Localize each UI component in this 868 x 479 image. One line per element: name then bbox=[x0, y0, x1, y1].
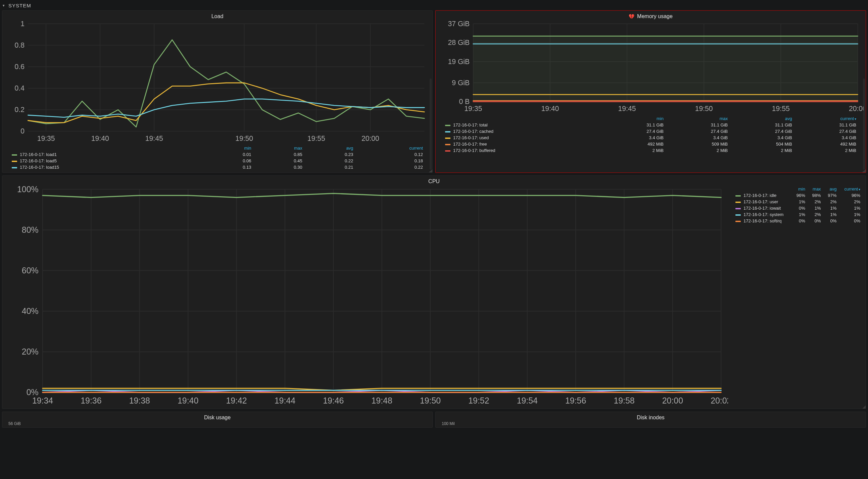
legend-col-min[interactable]: min bbox=[792, 186, 808, 192]
legend-row[interactable]: 172-16-0-17: system1%2%1%1% bbox=[733, 211, 863, 218]
legend-val-min: 2 MiB bbox=[602, 147, 666, 154]
svg-text:20:02: 20:02 bbox=[711, 396, 728, 405]
legend-val-min: 27.4 GiB bbox=[602, 128, 666, 134]
legend-row[interactable]: 172-16-0-17: load150.130.300.210.22 bbox=[9, 164, 426, 170]
resize-handle-icon[interactable] bbox=[862, 169, 866, 172]
legend-col-min[interactable]: min bbox=[203, 145, 254, 151]
legend-val-avg: 0% bbox=[824, 218, 839, 224]
legend-val-current: 1% bbox=[839, 211, 863, 218]
panel-disk-usage-title: Disk usage bbox=[204, 415, 230, 421]
legend-series-name: 172-16-0-17: cached bbox=[453, 129, 493, 134]
svg-text:9 GiB: 9 GiB bbox=[452, 79, 470, 87]
legend-row[interactable]: 172-16-0-17: free492 MiB509 MiB504 MiB49… bbox=[442, 141, 859, 147]
panel-disk-inodes-title: Disk inodes bbox=[637, 415, 664, 421]
resize-handle-icon[interactable] bbox=[429, 169, 432, 172]
legend-val-max: 2 MiB bbox=[666, 147, 731, 154]
legend-col-name[interactable] bbox=[442, 116, 602, 122]
legend-swatch bbox=[445, 144, 451, 145]
legend-row[interactable]: 172-16-0-17: idle96%98%97%96% bbox=[733, 192, 863, 199]
legend-val-max: 0.45 bbox=[254, 158, 305, 164]
legend-series-name: 172-16-0-17: iowait bbox=[743, 205, 781, 211]
legend-col-current[interactable]: current▾ bbox=[795, 116, 859, 122]
legend-val-avg: 2% bbox=[824, 199, 839, 205]
legend-swatch bbox=[445, 137, 451, 139]
legend-val-max: 98% bbox=[808, 192, 824, 199]
legend-row[interactable]: 172-16-0-17: softirq0%0%0%0% bbox=[733, 218, 863, 224]
legend-row[interactable]: 172-16-0-17: load10.010.850.230.12 bbox=[9, 151, 426, 158]
legend-scroll-indicator bbox=[430, 78, 432, 170]
svg-text:19:54: 19:54 bbox=[517, 396, 538, 405]
legend-col-max[interactable]: max bbox=[254, 145, 305, 151]
chart-load[interactable]: 00.20.40.60.8119:3519:4019:4519:5019:552… bbox=[4, 20, 430, 144]
legend-col-name[interactable] bbox=[733, 186, 792, 192]
legend-series-name: 172-16-0-17: load1 bbox=[20, 152, 57, 157]
panel-load[interactable]: Load 00.20.40.60.8119:3519:4019:4519:501… bbox=[2, 10, 433, 173]
svg-text:20:00: 20:00 bbox=[362, 134, 379, 142]
legend-swatch bbox=[736, 214, 741, 216]
row-header-system[interactable]: ▾ SYSTEM bbox=[2, 1, 866, 10]
resize-handle-icon[interactable] bbox=[862, 405, 866, 409]
svg-text:19:46: 19:46 bbox=[323, 396, 344, 405]
svg-text:20:00: 20:00 bbox=[662, 396, 683, 405]
chart-memory[interactable]: 0 B9 GiB19 GiB28 GiB37 GiB19:3519:4019:4… bbox=[438, 20, 864, 115]
legend-val-min: 0.13 bbox=[203, 164, 254, 170]
legend-val-current: 0.22 bbox=[356, 164, 426, 170]
legend-swatch bbox=[12, 154, 17, 156]
legend-series-name: 172-16-0-17: system bbox=[743, 212, 783, 217]
legend-val-max: 2% bbox=[808, 211, 824, 218]
chevron-down-icon: ▾ bbox=[3, 3, 5, 8]
legend-row[interactable]: 172-16-0-17: used3.4 GiB3.4 GiB3.4 GiB3.… bbox=[442, 134, 859, 141]
legend-val-avg: 0.21 bbox=[305, 164, 356, 170]
legend-val-max: 1% bbox=[808, 205, 824, 211]
svg-text:0.6: 0.6 bbox=[15, 63, 25, 70]
legend-cpu: minmaxavgcurrent▾172-16-0-17: idle96%98%… bbox=[732, 185, 866, 225]
legend-swatch bbox=[445, 125, 451, 126]
legend-row[interactable]: 172-16-0-17: total31.1 GiB31.1 GiB31.1 G… bbox=[442, 122, 859, 128]
legend-val-avg: 31.1 GiB bbox=[731, 122, 795, 128]
svg-text:19:40: 19:40 bbox=[91, 134, 109, 142]
svg-text:0.4: 0.4 bbox=[15, 84, 25, 92]
caret-down-icon: ▾ bbox=[855, 117, 856, 121]
legend-col-min[interactable]: min bbox=[602, 116, 666, 122]
legend-load: minmaxavgcurrent172-16-0-17: load10.010.… bbox=[2, 144, 432, 172]
legend-series-name: 172-16-0-17: load5 bbox=[20, 158, 57, 163]
legend-col-current[interactable]: current bbox=[356, 145, 426, 151]
panel-disk-usage[interactable]: Disk usage 56 GiB bbox=[2, 412, 433, 428]
legend-row[interactable]: 172-16-0-17: iowait0%1%1%1% bbox=[733, 205, 863, 211]
legend-col-max[interactable]: max bbox=[666, 116, 731, 122]
svg-text:19:50: 19:50 bbox=[235, 134, 253, 142]
chart-cpu[interactable]: 0%20%40%60%80%100%19:3419:3619:3819:4019… bbox=[4, 185, 728, 408]
legend-swatch bbox=[12, 161, 17, 162]
legend-swatch bbox=[736, 221, 741, 222]
legend-series-name: 172-16-0-17: softirq bbox=[743, 218, 781, 223]
svg-text:0.2: 0.2 bbox=[15, 106, 25, 114]
legend-col-avg[interactable]: avg bbox=[305, 145, 356, 151]
legend-val-min: 1% bbox=[792, 199, 808, 205]
legend-row[interactable]: 172-16-0-17: cached27.4 GiB27.4 GiB27.4 … bbox=[442, 128, 859, 134]
legend-col-max[interactable]: max bbox=[808, 186, 824, 192]
legend-swatch bbox=[736, 195, 741, 197]
panel-memory-title: Memory usage bbox=[637, 13, 673, 20]
svg-text:19:50: 19:50 bbox=[420, 396, 441, 405]
legend-val-max: 27.4 GiB bbox=[666, 128, 731, 134]
panel-memory[interactable]: 💔 Memory usage 0 B9 GiB19 GiB28 GiB37 Gi… bbox=[435, 10, 866, 173]
legend-val-current: 31.1 GiB bbox=[795, 122, 859, 128]
panel-cpu[interactable]: CPU 0%20%40%60%80%100%19:3419:3619:3819:… bbox=[2, 175, 866, 409]
legend-row[interactable]: 172-16-0-17: load50.060.450.220.18 bbox=[9, 158, 426, 164]
panel-disk-inodes[interactable]: Disk inodes 100 Mil bbox=[435, 412, 866, 428]
legend-col-name[interactable] bbox=[9, 145, 203, 151]
legend-col-avg[interactable]: avg bbox=[824, 186, 839, 192]
svg-text:19:55: 19:55 bbox=[307, 134, 325, 142]
legend-col-avg[interactable]: avg bbox=[731, 116, 795, 122]
svg-text:19:42: 19:42 bbox=[226, 396, 247, 405]
legend-row[interactable]: 172-16-0-17: buffered2 MiB2 MiB2 MiB2 Mi… bbox=[442, 147, 859, 154]
legend-val-min: 0% bbox=[792, 205, 808, 211]
svg-text:0 B: 0 B bbox=[459, 98, 470, 105]
legend-val-current: 2 MiB bbox=[795, 147, 859, 154]
legend-row[interactable]: 172-16-0-17: user1%2%2%2% bbox=[733, 199, 863, 205]
legend-val-current: 2% bbox=[839, 199, 863, 205]
svg-text:19:55: 19:55 bbox=[772, 105, 790, 113]
legend-val-avg: 0.22 bbox=[305, 158, 356, 164]
legend-col-current[interactable]: current▾ bbox=[839, 186, 863, 192]
legend-val-avg: 1% bbox=[824, 211, 839, 218]
